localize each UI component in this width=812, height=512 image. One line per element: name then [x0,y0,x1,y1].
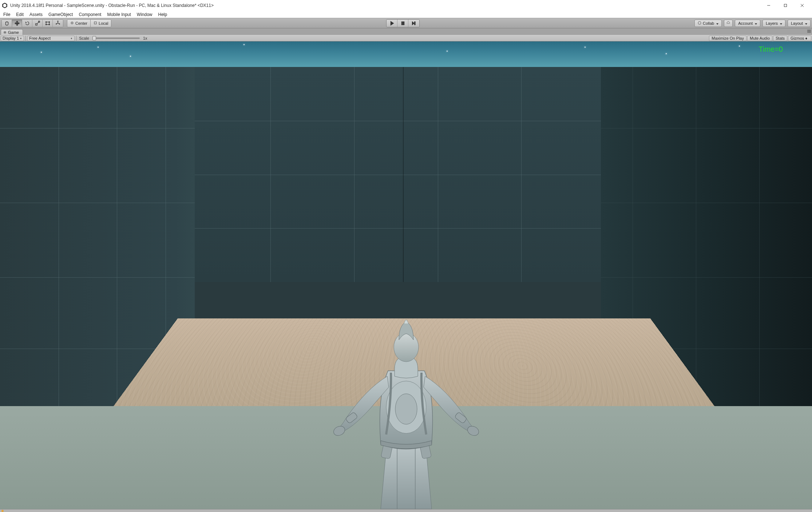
play-button[interactable] [387,20,397,27]
maximize-button[interactable] [777,0,794,11]
pivot-center-label: Center [75,21,87,25]
game-icon [3,30,7,35]
svg-rect-18 [94,22,96,24]
maximize-on-play-label: Maximize On Play [712,36,744,40]
game-view-toolbar: Display 1 ♦ Free Aspect ♦ Scale 1x Maxim… [0,35,812,41]
menu-edit[interactable]: Edit [13,11,27,18]
layout-label: Layout [791,21,803,25]
maximize-on-play-button[interactable]: Maximize On Play [709,36,746,41]
play-controls [386,19,420,27]
svg-point-17 [72,23,72,23]
scale-tool-button[interactable] [32,20,43,27]
move-tool-button[interactable] [12,20,22,27]
wall-back [187,67,605,282]
mute-audio-button[interactable]: Mute Audio [747,36,772,41]
account-dropdown[interactable]: Account [735,20,760,27]
svg-rect-29 [807,32,811,33]
minimize-button[interactable] [760,0,777,11]
account-label: Account [738,21,753,25]
menu-file[interactable]: File [0,11,13,18]
window-controls [760,0,811,11]
pivot-local-button[interactable]: Local [91,20,111,27]
scale-slider-thumb[interactable] [92,36,96,40]
close-button[interactable] [794,0,811,11]
local-icon [94,21,97,25]
menu-component[interactable]: Component [76,11,104,18]
svg-marker-22 [412,21,414,25]
rect-tool-button[interactable] [43,20,53,27]
window-title: Unity 2018.4.18f1 Personal - SampleScene… [10,3,760,8]
transform-tool-group [1,19,63,27]
layers-label: Layers [766,21,778,25]
cloud-icon [726,21,730,25]
layers-dropdown[interactable]: Layers [763,20,785,27]
scale-value: 1x [142,36,148,40]
panel-menu-button[interactable] [807,29,811,33]
svg-point-9 [45,21,46,22]
status-indicator-icon [1,510,4,512]
stats-label: Stats [776,36,785,40]
tab-game[interactable]: Game [1,29,23,35]
collab-icon [698,21,701,25]
collab-dropdown[interactable]: Collab [694,20,722,27]
center-icon [70,21,74,25]
collab-label: Collab [703,21,714,25]
svg-point-24 [698,21,701,24]
main-toolbar: Center Local Collab Account Layers Layou… [0,18,812,28]
svg-rect-27 [807,30,811,31]
svg-rect-20 [401,21,403,25]
game-viewport[interactable]: Time=0 [0,41,812,509]
step-button[interactable] [408,20,419,27]
transform-tool-button[interactable] [53,20,63,27]
skybox [0,41,812,67]
separator [25,36,26,41]
hand-tool-button[interactable] [2,20,12,27]
gizmos-label: Gizmos [791,36,804,40]
svg-point-10 [49,21,49,22]
player-character [326,305,486,509]
wall-seam [403,67,404,282]
menu-gameobject[interactable]: GameObject [45,11,76,18]
gizmos-dropdown[interactable]: Gizmos♦ [788,36,811,41]
svg-marker-19 [391,21,393,25]
mute-audio-label: Mute Audio [750,36,770,40]
svg-rect-26 [4,32,5,33]
svg-rect-28 [807,31,811,32]
scale-slider[interactable] [92,37,140,39]
svg-rect-23 [415,21,415,25]
window-titlebar: Unity 2018.4.18f1 Personal - SampleScene… [0,0,812,11]
svg-rect-21 [403,21,404,25]
time-overlay-label: Time=0 [758,45,783,53]
aspect-dropdown[interactable]: Free Aspect ♦ [27,36,75,41]
menu-assets[interactable]: Assets [27,11,45,18]
toolbar-right-group: Collab Account Layers Layout [694,20,811,27]
menu-mobile-input[interactable]: Mobile Input [104,11,134,18]
svg-point-11 [45,24,46,25]
status-bar [0,509,812,512]
rotate-tool-button[interactable] [22,20,32,27]
cloud-button[interactable] [724,20,733,27]
aspect-value: Free Aspect [29,36,51,40]
unity-logo-icon [1,2,8,9]
menu-bar: File Edit Assets GameObject Component Mo… [0,11,812,18]
svg-point-15 [56,23,57,24]
menu-window[interactable]: Window [134,11,155,18]
pivot-handle-group: Center Local [67,19,111,27]
separator [76,36,76,41]
svg-point-13 [58,21,58,21]
layout-dropdown[interactable]: Layout [788,20,811,27]
pause-button[interactable] [397,20,408,27]
pivot-center-button[interactable]: Center [67,20,91,27]
menu-help[interactable]: Help [155,11,170,18]
stats-button[interactable]: Stats [773,36,787,41]
panel-tab-row: Game [0,28,812,35]
svg-point-34 [394,333,419,362]
svg-rect-3 [784,4,787,7]
display-value: Display 1 [3,36,19,40]
svg-point-33 [395,394,417,424]
svg-point-14 [59,23,60,24]
pivot-local-label: Local [99,21,108,25]
svg-rect-6 [35,23,37,25]
display-dropdown[interactable]: Display 1 ♦ [1,36,24,41]
svg-point-12 [49,24,49,25]
